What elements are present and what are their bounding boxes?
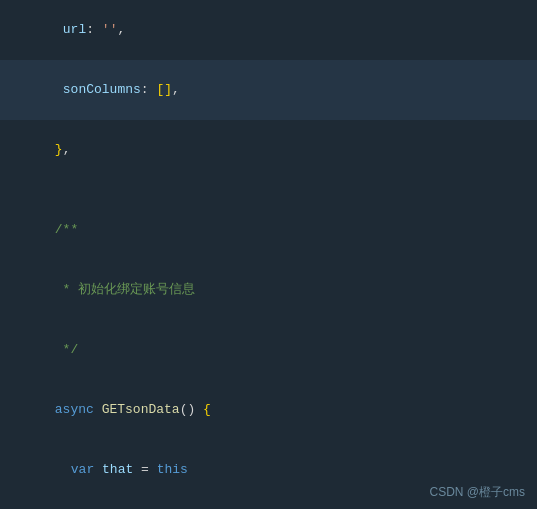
line-content: */ xyxy=(8,320,537,380)
code-line: url: '', xyxy=(0,0,537,60)
watermark: CSDN @橙子cms xyxy=(429,484,525,501)
code-line-comment-end: */ xyxy=(0,320,537,380)
code-line-comment-start: /** xyxy=(0,200,537,260)
line-content: * 初始化绑定账号信息 xyxy=(8,260,537,320)
code-line: }, xyxy=(0,120,537,180)
code-line-comment: * 初始化绑定账号信息 xyxy=(0,260,537,320)
line-content: }, xyxy=(8,120,537,180)
code-line-let: let {son} = app.globalData.user xyxy=(0,500,537,509)
code-line-func: async GETsonData() { xyxy=(0,380,537,440)
line-content: let {son} = app.globalData.user xyxy=(8,500,537,509)
line-content: async GETsonData() { xyxy=(8,380,537,440)
line-content: url: '', xyxy=(8,0,537,60)
code-line-highlighted: sonColumns: [], xyxy=(0,60,537,120)
line-content xyxy=(8,180,537,200)
code-line-empty xyxy=(0,180,537,200)
code-editor: url: '', sonColumns: [], }, /** * 初始化绑定账… xyxy=(0,0,537,509)
line-content: /** xyxy=(8,200,537,260)
line-content: sonColumns: [], xyxy=(8,60,537,120)
